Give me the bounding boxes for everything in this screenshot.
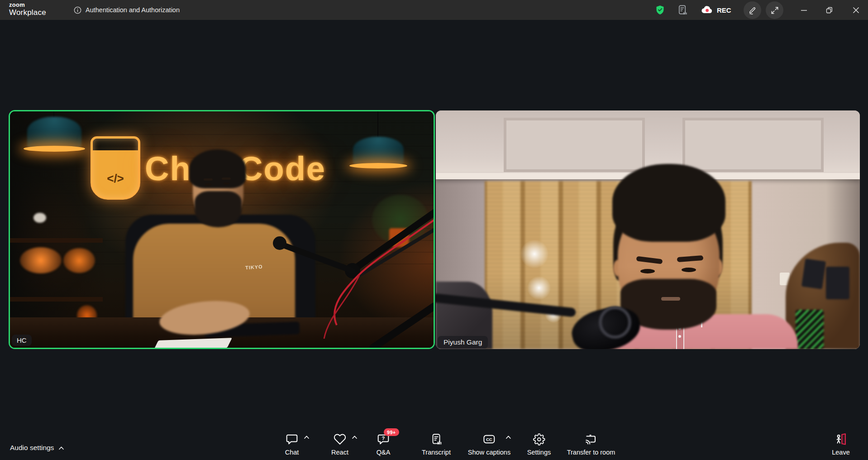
- transfer-to-room-button[interactable]: Transfer to room: [567, 432, 615, 456]
- titlebar: zoom Workplace Authentication and Author…: [0, 0, 868, 20]
- transfer-to-room-label: Transfer to room: [567, 449, 615, 456]
- dark-box: [826, 267, 849, 299]
- chat-bubble-icon: [286, 433, 298, 446]
- recording-indicator[interactable]: REC: [701, 0, 731, 20]
- video-tile-hc[interactable]: </> Ch Code TIKYO HC: [9, 110, 435, 349]
- fullscreen-button[interactable]: [766, 1, 783, 19]
- react-label: React: [331, 449, 348, 456]
- settings-label: Settings: [527, 449, 551, 456]
- transcript-doc-icon: [677, 4, 688, 16]
- gear-icon: [533, 433, 545, 446]
- settings-button[interactable]: Settings: [527, 432, 551, 456]
- chevron-up-icon[interactable]: [506, 435, 511, 439]
- info-icon: [74, 6, 81, 14]
- chevron-up-icon[interactable]: [304, 435, 310, 439]
- react-button[interactable]: React: [329, 432, 350, 456]
- qa-button[interactable]: ? 99+ Q&A: [373, 432, 394, 456]
- minimize-icon: [801, 7, 807, 14]
- rec-label: REC: [717, 6, 731, 14]
- workplace-logo-text: Workplace: [9, 9, 46, 16]
- cc-icon: CC: [482, 433, 496, 446]
- transcript-label: Transcript: [422, 449, 451, 456]
- meeting-info-button[interactable]: Authentication and Authorization: [74, 0, 180, 20]
- ceiling-panel: [682, 118, 824, 172]
- mouth: [661, 297, 680, 301]
- zoom-logo-text: zoom: [9, 2, 46, 8]
- meeting-summary-indicator[interactable]: [677, 0, 688, 20]
- participant-name-badge: HC: [12, 335, 32, 346]
- qa-unread-badge: 99+: [384, 428, 399, 436]
- ceiling-panel: [504, 118, 645, 172]
- green-striped-object: [796, 310, 824, 349]
- transcript-icon: [430, 433, 443, 446]
- meeting-toolbar: Chat React ? 99+ Q&A: [0, 424, 868, 460]
- mic-shock-mount: [599, 306, 631, 339]
- svg-text:CC: CC: [486, 437, 492, 442]
- security-indicator[interactable]: [655, 0, 665, 20]
- qa-label: Q&A: [377, 449, 391, 456]
- light-flare: [518, 238, 551, 270]
- shield-check-icon: [655, 5, 665, 15]
- transcript-button[interactable]: Transcript: [422, 432, 451, 456]
- chat-button[interactable]: Chat: [281, 432, 302, 456]
- zoom-meeting-window: zoom Workplace Authentication and Author…: [0, 0, 868, 460]
- show-captions-label: Show captions: [468, 449, 510, 456]
- zoom-workplace-logo: zoom Workplace: [9, 2, 46, 16]
- eye: [640, 269, 655, 273]
- minimize-button[interactable]: [794, 0, 814, 20]
- pencil-icon: [748, 5, 757, 15]
- expand-icon: [770, 6, 779, 15]
- cast-icon: [585, 433, 597, 446]
- show-captions-button[interactable]: CC Show captions: [468, 432, 510, 456]
- restore-icon: [826, 7, 833, 14]
- heart-icon: [334, 433, 346, 446]
- person-hair: [612, 164, 725, 242]
- video-tile-piyush[interactable]: Piyush Garg: [436, 110, 860, 349]
- leave-door-icon: [835, 433, 847, 446]
- maximize-button[interactable]: [819, 0, 839, 20]
- cloud-recording-icon: [701, 5, 714, 14]
- participant-name-badge: Piyush Garg: [438, 336, 488, 349]
- polo-button: [678, 335, 681, 338]
- dark-box: [801, 259, 826, 289]
- close-icon: [853, 7, 859, 14]
- leave-label: Leave: [832, 449, 850, 456]
- meeting-title: Authentication and Authorization: [86, 6, 180, 14]
- eye: [682, 268, 696, 272]
- leave-button[interactable]: Leave: [830, 432, 851, 456]
- chevron-up-icon[interactable]: [352, 435, 358, 439]
- svg-text:?: ?: [382, 436, 385, 441]
- light-flare: [525, 274, 553, 302]
- mic-boom-arm: [10, 111, 434, 348]
- close-button[interactable]: [844, 0, 868, 20]
- annotate-button[interactable]: [744, 1, 761, 19]
- chat-label: Chat: [285, 449, 299, 456]
